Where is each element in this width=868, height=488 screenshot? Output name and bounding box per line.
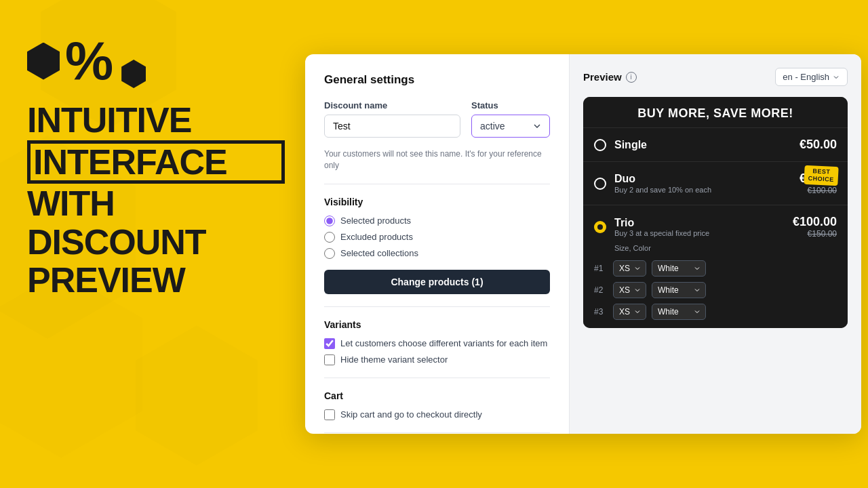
tier-single-price: €50.00 bbox=[800, 138, 837, 152]
variant-1-num: #1 bbox=[594, 264, 608, 273]
tier-trio[interactable]: Trio Buy 3 at a special fixed price €100… bbox=[583, 205, 848, 328]
variant-3-size-select[interactable]: XSSMLXL bbox=[613, 304, 646, 320]
preview-label: Preview bbox=[583, 71, 622, 83]
promo-line-1: INTUITIVE bbox=[27, 102, 285, 139]
checkbox-skip-cart-label: Skip cart and go to checkout directly bbox=[340, 409, 482, 420]
tier-trio-attrs: Size, Color bbox=[583, 244, 848, 258]
tier-trio-sub: Buy 3 at a special fixed price bbox=[614, 229, 793, 237]
tier-single-radio bbox=[594, 139, 606, 151]
change-products-button[interactable]: Change products (1) bbox=[324, 270, 550, 294]
variant-row-1: #1 XSSMLXL WhiteBlackRedBlue bbox=[583, 258, 848, 279]
tier-trio-header: Trio Buy 3 at a special fixed price €100… bbox=[583, 205, 848, 244]
variant-2-num: #2 bbox=[594, 285, 608, 295]
tier-duo-original-price: €100.00 bbox=[800, 186, 837, 195]
left-promo: % INTUITIVE INTERFACE WITH DISCOUNT PREV… bbox=[27, 34, 285, 299]
divider-4 bbox=[324, 432, 550, 433]
tier-duo-sub: Buy 2 and save 10% on each bbox=[614, 186, 800, 194]
radio-selected-collections[interactable]: Selected collections bbox=[324, 248, 550, 259]
tier-single-name: Single bbox=[614, 139, 800, 151]
best-choice-badge: BESTCHOICE bbox=[804, 165, 838, 186]
settings-panel: General settings Discount name Status ac… bbox=[305, 54, 570, 434]
tier-trio-name: Trio bbox=[614, 217, 634, 228]
preview-header: Preview i en - English bbox=[583, 68, 848, 86]
divider-2 bbox=[324, 306, 550, 307]
variants-checkbox-group: Let customers choose different variants … bbox=[324, 338, 550, 365]
tier-trio-info: Trio Buy 3 at a special fixed price bbox=[614, 217, 793, 237]
checkbox-hide-selector[interactable]: Hide theme variant selector bbox=[324, 354, 550, 365]
form-row-top: Discount name Status active inactive bbox=[324, 100, 550, 138]
tier-duo-name: Duo bbox=[614, 173, 635, 184]
hex-icon-2 bbox=[121, 60, 146, 88]
preview-panel: Preview i en - English BUY MORE, SAVE MO… bbox=[570, 54, 861, 434]
cart-checkbox-group: Skip cart and go to checkout directly bbox=[324, 409, 550, 420]
visibility-radio-group: Selected products Excluded products Sele… bbox=[324, 216, 550, 259]
language-select[interactable]: en - English bbox=[775, 68, 848, 86]
chevron-down-icon bbox=[832, 73, 840, 81]
variant-row-2: #2 XSSMLXL WhiteBlackRedBlue bbox=[583, 279, 848, 301]
variant-2-size-select[interactable]: XSSMLXL bbox=[613, 282, 646, 298]
percent-icon-group: % bbox=[27, 34, 285, 88]
main-panel: General settings Discount name Status ac… bbox=[305, 54, 861, 434]
cart-title: Cart bbox=[324, 390, 550, 401]
tier-trio-price-block: €100.00 €150.00 bbox=[793, 215, 837, 239]
tier-duo-info: Duo Buy 2 and save 10% on each bbox=[614, 173, 800, 194]
preview-widget: BUY MORE, SAVE MORE! Single €50.00 Duo B… bbox=[583, 97, 848, 328]
language-label: en - English bbox=[783, 72, 829, 82]
discount-name-group: Discount name bbox=[324, 100, 460, 138]
promo-line-2: INTERFACE bbox=[27, 140, 285, 184]
status-label: Status bbox=[471, 100, 550, 110]
discount-name-input[interactable] bbox=[324, 115, 460, 138]
checkbox-hide-selector-label: Hide theme variant selector bbox=[340, 354, 448, 365]
variant-2-color-select[interactable]: WhiteBlackRedBlue bbox=[652, 282, 706, 298]
divider-1 bbox=[324, 184, 550, 184]
info-icon[interactable]: i bbox=[626, 72, 637, 83]
variant-1-size-select[interactable]: XSSMLXL bbox=[613, 260, 646, 277]
promo-line-4: DISCOUNT bbox=[27, 224, 285, 261]
checkbox-different-variants[interactable]: Let customers choose different variants … bbox=[324, 338, 550, 349]
promo-line-5: PREVIEW bbox=[27, 262, 285, 299]
discount-name-label: Discount name bbox=[324, 100, 460, 110]
variant-1-color-select[interactable]: WhiteBlackRedBlue bbox=[652, 260, 706, 277]
variant-row-3: #3 XSSMLXL WhiteBlackRedBlue bbox=[583, 301, 848, 328]
widget-headline: BUY MORE, SAVE MORE! bbox=[583, 97, 848, 127]
tier-single[interactable]: Single €50.00 bbox=[583, 127, 848, 161]
settings-title: General settings bbox=[324, 73, 550, 87]
checkbox-skip-cart[interactable]: Skip cart and go to checkout directly bbox=[324, 409, 550, 420]
promo-text: INTUITIVE INTERFACE WITH DISCOUNT PREVIE… bbox=[27, 102, 285, 299]
tier-duo[interactable]: Duo Buy 2 and save 10% on each €90.00 €1… bbox=[583, 161, 848, 205]
promo-line-3: WITH bbox=[27, 185, 285, 222]
tier-duo-radio bbox=[594, 178, 606, 190]
radio-excluded-products[interactable]: Excluded products bbox=[324, 232, 550, 243]
tier-trio-radio bbox=[594, 221, 606, 233]
radio-selected-products[interactable]: Selected products bbox=[324, 216, 550, 226]
radio-selected-collections-label: Selected collections bbox=[340, 248, 418, 258]
hex-icon-1 bbox=[27, 43, 60, 80]
variant-3-color-select[interactable]: WhiteBlackRedBlue bbox=[652, 304, 706, 320]
variant-3-num: #3 bbox=[594, 307, 608, 317]
tier-trio-price: €100.00 bbox=[793, 215, 837, 228]
divider-3 bbox=[324, 378, 550, 378]
checkbox-different-variants-label: Let customers choose different variants … bbox=[340, 338, 547, 348]
discount-name-hint: Your customers will not see this name. I… bbox=[324, 148, 550, 171]
preview-title-row: Preview i bbox=[583, 71, 637, 83]
status-group: Status active inactive bbox=[471, 100, 550, 138]
radio-selected-products-label: Selected products bbox=[340, 216, 411, 226]
tier-trio-original-price: €150.00 bbox=[793, 229, 837, 239]
percent-slash: % bbox=[65, 34, 113, 88]
radio-excluded-products-label: Excluded products bbox=[340, 232, 413, 242]
variants-title: Variants bbox=[324, 319, 550, 330]
visibility-title: Visibility bbox=[324, 197, 550, 207]
status-select[interactable]: active inactive bbox=[471, 115, 550, 138]
